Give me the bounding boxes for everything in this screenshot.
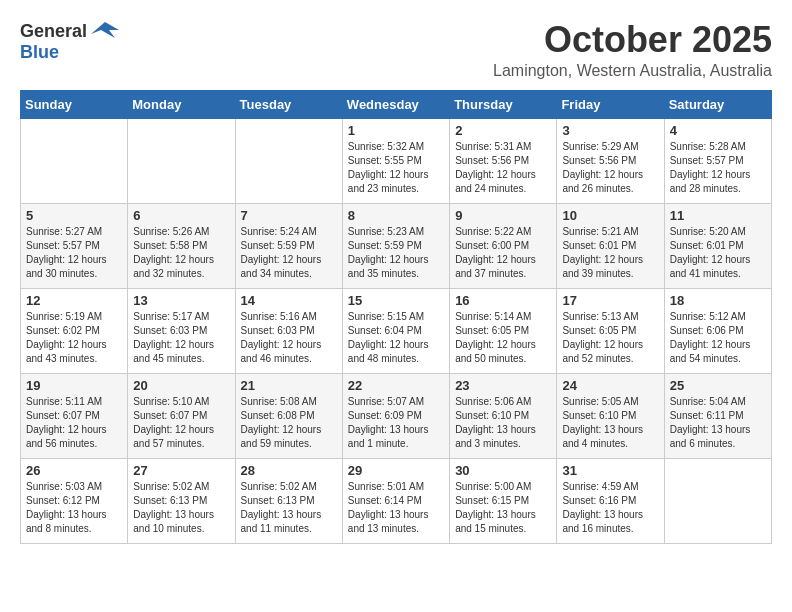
location-subtitle: Lamington, Western Australia, Australia <box>493 62 772 80</box>
calendar-cell: 16Sunrise: 5:14 AM Sunset: 6:05 PM Dayli… <box>450 288 557 373</box>
day-number: 26 <box>26 463 122 478</box>
calendar-cell: 14Sunrise: 5:16 AM Sunset: 6:03 PM Dayli… <box>235 288 342 373</box>
calendar-cell: 30Sunrise: 5:00 AM Sunset: 6:15 PM Dayli… <box>450 458 557 543</box>
calendar-cell: 21Sunrise: 5:08 AM Sunset: 6:08 PM Dayli… <box>235 373 342 458</box>
day-number: 16 <box>455 293 551 308</box>
day-number: 10 <box>562 208 658 223</box>
day-info: Sunrise: 5:00 AM Sunset: 6:15 PM Dayligh… <box>455 480 551 536</box>
day-info: Sunrise: 5:15 AM Sunset: 6:04 PM Dayligh… <box>348 310 444 366</box>
weekday-header-tuesday: Tuesday <box>235 90 342 118</box>
page-header: General Blue October 2025 Lamington, Wes… <box>20 20 772 80</box>
day-number: 9 <box>455 208 551 223</box>
day-number: 28 <box>241 463 337 478</box>
day-info: Sunrise: 5:12 AM Sunset: 6:06 PM Dayligh… <box>670 310 766 366</box>
calendar-cell: 15Sunrise: 5:15 AM Sunset: 6:04 PM Dayli… <box>342 288 449 373</box>
calendar-cell: 13Sunrise: 5:17 AM Sunset: 6:03 PM Dayli… <box>128 288 235 373</box>
calendar-week-3: 12Sunrise: 5:19 AM Sunset: 6:02 PM Dayli… <box>21 288 772 373</box>
day-number: 14 <box>241 293 337 308</box>
calendar-cell: 9Sunrise: 5:22 AM Sunset: 6:00 PM Daylig… <box>450 203 557 288</box>
day-info: Sunrise: 5:01 AM Sunset: 6:14 PM Dayligh… <box>348 480 444 536</box>
day-info: Sunrise: 5:16 AM Sunset: 6:03 PM Dayligh… <box>241 310 337 366</box>
calendar-cell: 5Sunrise: 5:27 AM Sunset: 5:57 PM Daylig… <box>21 203 128 288</box>
day-info: Sunrise: 5:07 AM Sunset: 6:09 PM Dayligh… <box>348 395 444 451</box>
calendar-cell: 1Sunrise: 5:32 AM Sunset: 5:55 PM Daylig… <box>342 118 449 203</box>
calendar-cell: 4Sunrise: 5:28 AM Sunset: 5:57 PM Daylig… <box>664 118 771 203</box>
day-number: 7 <box>241 208 337 223</box>
day-info: Sunrise: 5:28 AM Sunset: 5:57 PM Dayligh… <box>670 140 766 196</box>
day-number: 13 <box>133 293 229 308</box>
title-section: October 2025 Lamington, Western Australi… <box>493 20 772 80</box>
logo: General Blue <box>20 20 119 63</box>
day-info: Sunrise: 5:22 AM Sunset: 6:00 PM Dayligh… <box>455 225 551 281</box>
calendar-cell: 10Sunrise: 5:21 AM Sunset: 6:01 PM Dayli… <box>557 203 664 288</box>
calendar-cell: 7Sunrise: 5:24 AM Sunset: 5:59 PM Daylig… <box>235 203 342 288</box>
day-number: 30 <box>455 463 551 478</box>
day-info: Sunrise: 5:17 AM Sunset: 6:03 PM Dayligh… <box>133 310 229 366</box>
calendar-cell: 6Sunrise: 5:26 AM Sunset: 5:58 PM Daylig… <box>128 203 235 288</box>
day-number: 17 <box>562 293 658 308</box>
day-number: 18 <box>670 293 766 308</box>
day-info: Sunrise: 5:03 AM Sunset: 6:12 PM Dayligh… <box>26 480 122 536</box>
weekday-header-saturday: Saturday <box>664 90 771 118</box>
calendar-cell <box>21 118 128 203</box>
day-info: Sunrise: 5:31 AM Sunset: 5:56 PM Dayligh… <box>455 140 551 196</box>
day-number: 5 <box>26 208 122 223</box>
calendar-cell: 2Sunrise: 5:31 AM Sunset: 5:56 PM Daylig… <box>450 118 557 203</box>
day-info: Sunrise: 5:20 AM Sunset: 6:01 PM Dayligh… <box>670 225 766 281</box>
day-number: 25 <box>670 378 766 393</box>
day-info: Sunrise: 5:19 AM Sunset: 6:02 PM Dayligh… <box>26 310 122 366</box>
weekday-header-monday: Monday <box>128 90 235 118</box>
calendar-cell: 12Sunrise: 5:19 AM Sunset: 6:02 PM Dayli… <box>21 288 128 373</box>
calendar-week-2: 5Sunrise: 5:27 AM Sunset: 5:57 PM Daylig… <box>21 203 772 288</box>
day-info: Sunrise: 4:59 AM Sunset: 6:16 PM Dayligh… <box>562 480 658 536</box>
day-number: 6 <box>133 208 229 223</box>
day-info: Sunrise: 5:08 AM Sunset: 6:08 PM Dayligh… <box>241 395 337 451</box>
calendar-cell: 23Sunrise: 5:06 AM Sunset: 6:10 PM Dayli… <box>450 373 557 458</box>
day-number: 27 <box>133 463 229 478</box>
day-info: Sunrise: 5:29 AM Sunset: 5:56 PM Dayligh… <box>562 140 658 196</box>
weekday-header-sunday: Sunday <box>21 90 128 118</box>
calendar-cell: 29Sunrise: 5:01 AM Sunset: 6:14 PM Dayli… <box>342 458 449 543</box>
calendar-cell <box>235 118 342 203</box>
day-number: 21 <box>241 378 337 393</box>
weekday-header-wednesday: Wednesday <box>342 90 449 118</box>
calendar-cell: 19Sunrise: 5:11 AM Sunset: 6:07 PM Dayli… <box>21 373 128 458</box>
day-info: Sunrise: 5:05 AM Sunset: 6:10 PM Dayligh… <box>562 395 658 451</box>
day-info: Sunrise: 5:04 AM Sunset: 6:11 PM Dayligh… <box>670 395 766 451</box>
logo-bird-icon <box>91 20 119 42</box>
calendar-week-5: 26Sunrise: 5:03 AM Sunset: 6:12 PM Dayli… <box>21 458 772 543</box>
day-info: Sunrise: 5:11 AM Sunset: 6:07 PM Dayligh… <box>26 395 122 451</box>
logo-blue-text: Blue <box>20 42 59 62</box>
day-number: 24 <box>562 378 658 393</box>
calendar-cell <box>128 118 235 203</box>
day-info: Sunrise: 5:32 AM Sunset: 5:55 PM Dayligh… <box>348 140 444 196</box>
calendar-cell <box>664 458 771 543</box>
day-info: Sunrise: 5:24 AM Sunset: 5:59 PM Dayligh… <box>241 225 337 281</box>
day-number: 29 <box>348 463 444 478</box>
day-number: 20 <box>133 378 229 393</box>
day-number: 19 <box>26 378 122 393</box>
day-number: 2 <box>455 123 551 138</box>
month-title: October 2025 <box>493 20 772 60</box>
calendar-week-1: 1Sunrise: 5:32 AM Sunset: 5:55 PM Daylig… <box>21 118 772 203</box>
svg-marker-0 <box>91 22 119 38</box>
weekday-header-row: SundayMondayTuesdayWednesdayThursdayFrid… <box>21 90 772 118</box>
day-info: Sunrise: 5:27 AM Sunset: 5:57 PM Dayligh… <box>26 225 122 281</box>
weekday-header-friday: Friday <box>557 90 664 118</box>
calendar-cell: 11Sunrise: 5:20 AM Sunset: 6:01 PM Dayli… <box>664 203 771 288</box>
calendar-cell: 26Sunrise: 5:03 AM Sunset: 6:12 PM Dayli… <box>21 458 128 543</box>
day-info: Sunrise: 5:13 AM Sunset: 6:05 PM Dayligh… <box>562 310 658 366</box>
calendar-cell: 28Sunrise: 5:02 AM Sunset: 6:13 PM Dayli… <box>235 458 342 543</box>
weekday-header-thursday: Thursday <box>450 90 557 118</box>
day-info: Sunrise: 5:14 AM Sunset: 6:05 PM Dayligh… <box>455 310 551 366</box>
day-number: 3 <box>562 123 658 138</box>
calendar-cell: 20Sunrise: 5:10 AM Sunset: 6:07 PM Dayli… <box>128 373 235 458</box>
calendar-cell: 22Sunrise: 5:07 AM Sunset: 6:09 PM Dayli… <box>342 373 449 458</box>
calendar-table: SundayMondayTuesdayWednesdayThursdayFrid… <box>20 90 772 544</box>
calendar-cell: 3Sunrise: 5:29 AM Sunset: 5:56 PM Daylig… <box>557 118 664 203</box>
calendar-cell: 17Sunrise: 5:13 AM Sunset: 6:05 PM Dayli… <box>557 288 664 373</box>
day-number: 11 <box>670 208 766 223</box>
day-number: 15 <box>348 293 444 308</box>
day-number: 22 <box>348 378 444 393</box>
day-number: 23 <box>455 378 551 393</box>
